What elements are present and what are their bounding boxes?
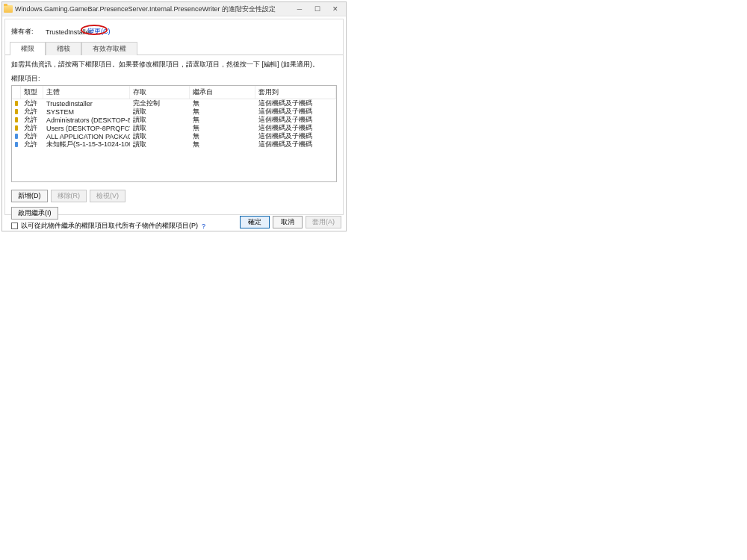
cell-applies-to: 這個機碼及子機碼 — [255, 140, 336, 149]
client-area: 擁有者: TrustedInstaller 變更(C) 權限 稽核 有效存取權 … — [2, 16, 346, 231]
tab-effective-access[interactable]: 有效存取權 — [81, 42, 137, 55]
maximize-button[interactable]: ☐ — [309, 3, 326, 15]
col-inherited-from[interactable]: 繼承自 — [190, 86, 255, 99]
tab-body: 如需其他資訊，請按兩下權限項目。如果要修改權限項目，請選取項目，然後按一下 [編… — [5, 55, 343, 187]
change-owner-link-text: 變更(C) — [87, 28, 111, 35]
replace-children-label: 以可從此物件繼承的權限項目取代所有子物件的權限項目(P) — [21, 221, 198, 231]
owner-row: 擁有者: TrustedInstaller 變更(C) — [5, 19, 343, 41]
cell-inherited-from: 無 — [190, 140, 255, 149]
cell-principal: Administrators (DESKTOP-8PRQF... — [43, 116, 130, 124]
package-icon — [15, 134, 18, 139]
col-principal[interactable]: 主體 — [43, 86, 130, 99]
advanced-security-settings-window: Windows.Gaming.GameBar.PresenceServer.In… — [1, 1, 347, 231]
col-type[interactable]: 類型 — [21, 86, 43, 99]
tab-strip: 權限 稽核 有效存取權 — [5, 41, 343, 55]
view-button: 檢視(V) — [90, 190, 125, 202]
cell-principal: TrustedInstaller — [43, 100, 130, 108]
key-icon — [15, 109, 18, 114]
cell-type: 允許 — [21, 140, 43, 149]
listview-header: 類型 主體 存取 繼承自 套用到 — [12, 86, 336, 99]
cell-principal: 未知帳戶(S-1-15-3-1024-1065365... — [43, 140, 130, 149]
minimize-button[interactable]: ─ — [291, 3, 309, 15]
replace-children-checkbox[interactable] — [11, 223, 18, 229]
permission-entries-label: 權限項目: — [11, 74, 337, 84]
key-icon — [15, 125, 18, 131]
enable-inheritance-button[interactable]: 啟用繼承(I) — [11, 207, 58, 220]
col-access[interactable]: 存取 — [130, 86, 190, 99]
folder-icon — [4, 5, 13, 13]
package-icon — [15, 142, 18, 147]
key-icon — [15, 101, 18, 106]
window-title: Windows.Gaming.GameBar.PresenceServer.In… — [15, 4, 291, 14]
cell-access: 讀取 — [130, 140, 190, 149]
cell-principal: ALL APPLICATION PACKAGES — [43, 133, 130, 140]
col-applies-to[interactable]: 套用到 — [255, 86, 336, 99]
owner-label: 擁有者: — [11, 27, 46, 37]
ok-button[interactable]: 確定 — [240, 216, 270, 228]
owner-name: TrustedInstaller — [46, 28, 84, 36]
cell-principal: Users (DESKTOP-8PRQFCV\Users) — [43, 125, 130, 132]
apply-button: 套用(A) — [306, 216, 341, 228]
add-button[interactable]: 新增(D) — [11, 190, 48, 202]
close-button[interactable]: ✕ — [326, 3, 344, 15]
permission-listview[interactable]: 類型 主體 存取 繼承自 套用到 允許TrustedInstaller完全控制無… — [11, 85, 337, 182]
table-row[interactable]: 允許未知帳戶(S-1-15-3-1024-1065365...讀取無這個機碼及子… — [12, 140, 336, 149]
tab-auditing[interactable]: 稽核 — [46, 42, 81, 55]
change-owner-link[interactable]: 變更(C) — [84, 27, 114, 37]
help-icon[interactable]: ? — [202, 223, 205, 230]
cancel-button[interactable]: 取消 — [273, 216, 303, 228]
key-icon — [15, 117, 18, 122]
cell-principal: SYSTEM — [43, 108, 130, 116]
instruction-text: 如需其他資訊，請按兩下權限項目。如果要修改權限項目，請選取項目，然後按一下 [編… — [11, 60, 337, 69]
tab-permissions[interactable]: 權限 — [10, 42, 46, 55]
remove-button: 移除(R) — [51, 190, 87, 202]
titlebar: Windows.Gaming.GameBar.PresenceServer.In… — [2, 2, 346, 16]
